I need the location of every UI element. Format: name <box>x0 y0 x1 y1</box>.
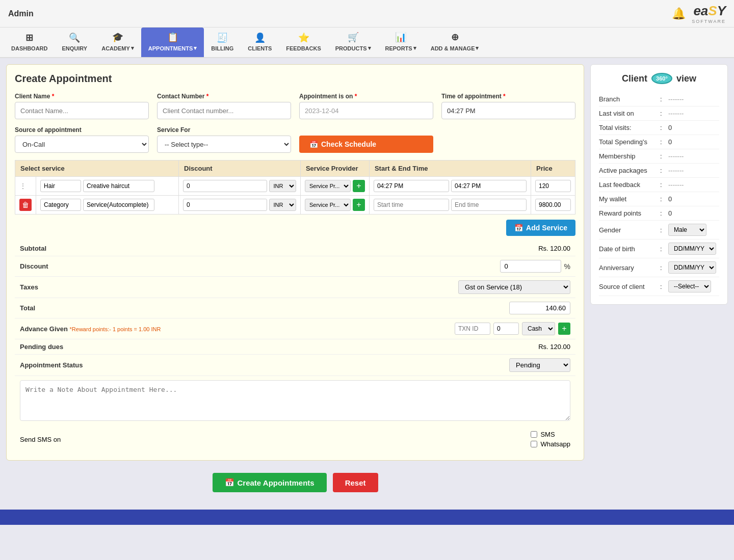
end-time-input[interactable] <box>451 199 527 211</box>
currency-select[interactable]: INR % <box>269 180 296 192</box>
taxes-label: Taxes <box>20 283 38 291</box>
add-advance-button[interactable]: + <box>558 323 570 335</box>
nav-enquiry[interactable]: 🔍 ENQUIRY <box>55 28 95 57</box>
gender-select[interactable]: Male Female Other <box>668 224 706 236</box>
note-textarea[interactable] <box>20 380 570 421</box>
advance-note: *Reward points:- 1 points = 1.00 INR <box>70 326 161 332</box>
provider-select[interactable]: Service Pr... <box>305 199 351 211</box>
start-time-input[interactable] <box>374 180 449 192</box>
total-label: Total <box>20 304 35 312</box>
appointment-on-group: Appointment is on * <box>299 93 433 119</box>
appointment-date-input[interactable] <box>299 102 433 119</box>
form-row-2: Source of appointment On-Call Walk-In On… <box>15 126 575 153</box>
taxes-select[interactable]: Gst on Service (18) None <box>458 280 570 294</box>
whatsapp-checkbox-label[interactable]: Whatsapp <box>531 440 570 448</box>
appointment-on-label: Appointment is on * <box>299 93 433 100</box>
client-info-spending: Total Spending's : 0 <box>599 135 719 149</box>
membership-value: ------- <box>668 152 719 160</box>
sms-checkbox[interactable] <box>531 431 537 438</box>
nav-reports[interactable]: 📊 REPORTS ▾ <box>378 28 424 57</box>
reset-button[interactable]: Reset <box>333 473 378 492</box>
client-info-last-visit: Last visit on : ------- <box>599 106 719 121</box>
nav-dashboard[interactable]: ⊞ DASHBOARD <box>4 28 55 57</box>
start-time-input[interactable] <box>374 199 449 211</box>
source-group: Source of appointment On-Call Walk-In On… <box>15 126 149 153</box>
enquiry-icon: 🔍 <box>69 32 80 43</box>
feedback-value: ------- <box>668 181 719 189</box>
rewards-label: Reward points <box>599 209 660 217</box>
category-input[interactable] <box>40 180 81 192</box>
main-layout: Create Appointment Client Name * Contact… <box>0 58 734 504</box>
subtotal-row: Subtotal Rs. 120.00 <box>15 241 575 256</box>
spending-label: Total Spending's <box>599 138 660 146</box>
main-nav: ⊞ DASHBOARD 🔍 ENQUIRY 🎓 ACADEMY ▾ 📋 APPO… <box>0 28 734 58</box>
bottom-bar: 📅 Create Appointments Reset <box>6 467 584 498</box>
left-panel: Create Appointment Client Name * Contact… <box>6 64 584 498</box>
service-input[interactable] <box>83 180 154 192</box>
time-input[interactable] <box>441 102 575 119</box>
nav-products[interactable]: 🛒 PRODUCTS ▾ <box>328 28 378 57</box>
sms-checkbox-label[interactable]: SMS <box>531 431 570 438</box>
payment-method-select[interactable]: Cash Card Online <box>522 322 555 335</box>
service-for-label: Service For <box>157 126 291 134</box>
client-info-membership: Membership : ------- <box>599 149 719 164</box>
products-icon: 🛒 <box>348 32 359 43</box>
dob-select[interactable]: DD/MM/YY <box>668 243 716 255</box>
category-input[interactable] <box>40 199 81 211</box>
client-name-label: Client Name * <box>15 93 149 100</box>
client-info-source: Source of client : --Select-- Walk-In On… <box>599 277 719 296</box>
create-appointments-button[interactable]: 📅 Create Appointments <box>213 473 327 492</box>
whatsapp-checkbox[interactable] <box>531 441 537 447</box>
client-info-packages: Active packages : ------- <box>599 164 719 178</box>
client-360-title: Client 360° view <box>599 73 719 84</box>
col-provider: Service Provider <box>300 161 369 177</box>
price-input[interactable] <box>535 180 571 192</box>
add-provider-button[interactable]: + <box>353 180 365 192</box>
advance-amount-input[interactable] <box>493 323 519 335</box>
discount-input[interactable] <box>183 180 267 192</box>
nav-feedbacks[interactable]: ⭐ FEEDBACKS <box>279 28 328 57</box>
txn-id-input[interactable] <box>455 323 490 335</box>
client-info-anniversary: Anniversary : DD/MM/YY <box>599 258 719 277</box>
total-visits-label: Total visits: <box>599 124 660 131</box>
service-for-select[interactable]: -- Select type-- Male Female Kids <box>157 136 291 153</box>
nav-appointments[interactable]: 📋 APPOINTMENTS ▾ <box>141 28 204 57</box>
nav-clients[interactable]: 👤 CLIENTS <box>241 28 279 57</box>
end-time-input[interactable] <box>451 180 527 192</box>
subtotal-label: Subtotal <box>20 245 46 252</box>
delete-row-button[interactable]: 🗑 <box>19 199 32 211</box>
bell-icon[interactable]: 🔔 <box>672 7 686 20</box>
packages-label: Active packages <box>599 167 660 174</box>
source-select[interactable]: On-Call Walk-In Online <box>15 136 149 153</box>
taxes-row: Taxes Gst on Service (18) None <box>15 277 575 298</box>
nav-billing[interactable]: 🧾 BILLING <box>204 28 241 57</box>
drag-handle-icon: ⋮ <box>19 182 27 190</box>
check-schedule-button[interactable]: 📅 Check Schedule <box>299 136 433 153</box>
total-input[interactable] <box>509 302 570 314</box>
branch-value: ------- <box>668 95 719 103</box>
col-time: Start & End Time <box>369 161 531 177</box>
client-name-input[interactable] <box>15 102 149 119</box>
source-client-select[interactable]: --Select-- Walk-In Online <box>668 280 711 292</box>
nav-academy[interactable]: 🎓 ACADEMY ▾ <box>94 28 141 57</box>
page-title: Create Appointment <box>15 73 575 85</box>
billing-icon: 🧾 <box>217 32 228 43</box>
clients-icon: 👤 <box>254 32 266 43</box>
discount-percent-input[interactable] <box>500 260 561 273</box>
source-client-label: Source of client <box>599 283 660 290</box>
contact-number-input[interactable] <box>157 102 291 119</box>
currency-select[interactable]: INR % <box>269 199 296 211</box>
discount-input[interactable] <box>183 199 267 211</box>
provider-select[interactable]: Service Pr... <box>305 180 351 192</box>
academy-icon: 🎓 <box>112 32 123 43</box>
nav-add-manage[interactable]: ⊕ ADD & MANAGE ▾ <box>424 28 486 57</box>
percent-sign: % <box>564 262 570 271</box>
service-input[interactable] <box>83 199 154 211</box>
pending-dues-label: Pending dues <box>20 343 63 351</box>
price-input[interactable] <box>535 199 571 211</box>
anniversary-select[interactable]: DD/MM/YY <box>668 261 716 274</box>
add-provider-button[interactable]: + <box>353 199 365 211</box>
status-select[interactable]: Pending Confirmed Completed Cancelled <box>509 358 570 372</box>
status-row: Appointment Status Pending Confirmed Com… <box>15 355 575 376</box>
add-service-button[interactable]: 📅 Add Service <box>506 220 575 236</box>
